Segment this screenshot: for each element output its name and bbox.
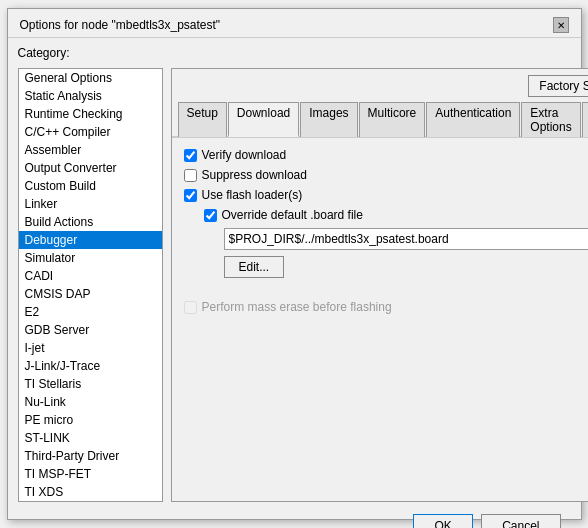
category-list: General OptionsStatic AnalysisRuntime Ch… xyxy=(18,68,163,502)
verify-download-row: Verify download xyxy=(184,148,589,162)
factory-settings-button[interactable]: Factory Settings xyxy=(528,75,588,97)
tab-setup[interactable]: Setup xyxy=(178,102,227,137)
close-button[interactable]: ✕ xyxy=(553,17,569,33)
tab-plugins[interactable]: Plugins xyxy=(582,102,588,137)
suppress-download-checkbox[interactable] xyxy=(184,169,197,182)
override-board-file-row: Override default .board file xyxy=(204,208,589,222)
main-area: General OptionsStatic AnalysisRuntime Ch… xyxy=(18,68,571,502)
edit-button[interactable]: Edit... xyxy=(224,256,285,278)
category-item-st-link[interactable]: ST-LINK xyxy=(19,429,162,447)
category-item-static-analysis[interactable]: Static Analysis xyxy=(19,87,162,105)
category-item-jlink-jtrace[interactable]: J-Link/J-Trace xyxy=(19,357,162,375)
use-flash-loaders-label[interactable]: Use flash loader(s) xyxy=(202,188,303,202)
category-item-pe-micro[interactable]: PE micro xyxy=(19,411,162,429)
tab-extra-options[interactable]: Extra Options xyxy=(521,102,580,137)
category-item-runtime-checking[interactable]: Runtime Checking xyxy=(19,105,162,123)
edit-btn-row: Edit... xyxy=(224,256,589,278)
tab-multicore[interactable]: Multicore xyxy=(359,102,426,137)
category-item-cmsis-dap[interactable]: CMSIS DAP xyxy=(19,285,162,303)
mass-erase-label[interactable]: Perform mass erase before flashing xyxy=(202,300,392,314)
category-item-gdb-server[interactable]: GDB Server xyxy=(19,321,162,339)
dialog-title: Options for node "mbedtls3x_psatest" xyxy=(20,18,221,32)
category-item-i-jet[interactable]: I-jet xyxy=(19,339,162,357)
cancel-button[interactable]: Cancel xyxy=(481,514,560,528)
board-file-row: ... xyxy=(224,228,589,250)
category-item-output-converter[interactable]: Output Converter xyxy=(19,159,162,177)
category-item-cpp-compiler[interactable]: C/C++ Compiler xyxy=(19,123,162,141)
tab-content: Verify download Suppress download Use fl… xyxy=(172,138,589,501)
verify-download-label[interactable]: Verify download xyxy=(202,148,287,162)
category-item-ti-stellaris[interactable]: TI Stellaris xyxy=(19,375,162,393)
content-panel: Factory Settings SetupDownloadImagesMult… xyxy=(171,68,589,502)
factory-settings-row: Factory Settings xyxy=(172,69,589,101)
category-item-linker[interactable]: Linker xyxy=(19,195,162,213)
category-item-general-options[interactable]: General Options xyxy=(19,69,162,87)
category-item-simulator[interactable]: Simulator xyxy=(19,249,162,267)
override-board-file-label[interactable]: Override default .board file xyxy=(222,208,363,222)
tabs-row: SetupDownloadImagesMulticoreAuthenticati… xyxy=(172,101,589,138)
category-item-ti-xds[interactable]: TI XDS xyxy=(19,483,162,501)
override-board-file-checkbox[interactable] xyxy=(204,209,217,222)
ok-button[interactable]: OK xyxy=(413,514,473,528)
category-item-third-party[interactable]: Third-Party Driver xyxy=(19,447,162,465)
use-flash-loaders-checkbox[interactable] xyxy=(184,189,197,202)
use-flash-loaders-row: Use flash loader(s) xyxy=(184,188,589,202)
mass-erase-row: Perform mass erase before flashing xyxy=(184,300,589,314)
title-bar: Options for node "mbedtls3x_psatest" ✕ xyxy=(8,9,581,38)
tab-download[interactable]: Download xyxy=(228,102,299,137)
category-label: Category: xyxy=(18,46,571,60)
category-item-e2[interactable]: E2 xyxy=(19,303,162,321)
category-item-cadi[interactable]: CADI xyxy=(19,267,162,285)
dialog-footer: OK Cancel xyxy=(18,508,571,528)
options-dialog: Options for node "mbedtls3x_psatest" ✕ C… xyxy=(7,8,582,520)
tab-authentication[interactable]: Authentication xyxy=(426,102,520,137)
category-item-custom-build[interactable]: Custom Build xyxy=(19,177,162,195)
mass-erase-checkbox[interactable] xyxy=(184,301,197,314)
category-item-nu-link[interactable]: Nu-Link xyxy=(19,393,162,411)
tab-images[interactable]: Images xyxy=(300,102,357,137)
category-item-build-actions[interactable]: Build Actions xyxy=(19,213,162,231)
category-item-assembler[interactable]: Assembler xyxy=(19,141,162,159)
board-file-input[interactable] xyxy=(224,228,589,250)
suppress-download-label[interactable]: Suppress download xyxy=(202,168,307,182)
verify-download-checkbox[interactable] xyxy=(184,149,197,162)
dialog-body: Category: General OptionsStatic Analysis… xyxy=(8,38,581,528)
suppress-download-row: Suppress download xyxy=(184,168,589,182)
category-item-debugger[interactable]: Debugger xyxy=(19,231,162,249)
category-item-ti-msp-fet[interactable]: TI MSP-FET xyxy=(19,465,162,483)
